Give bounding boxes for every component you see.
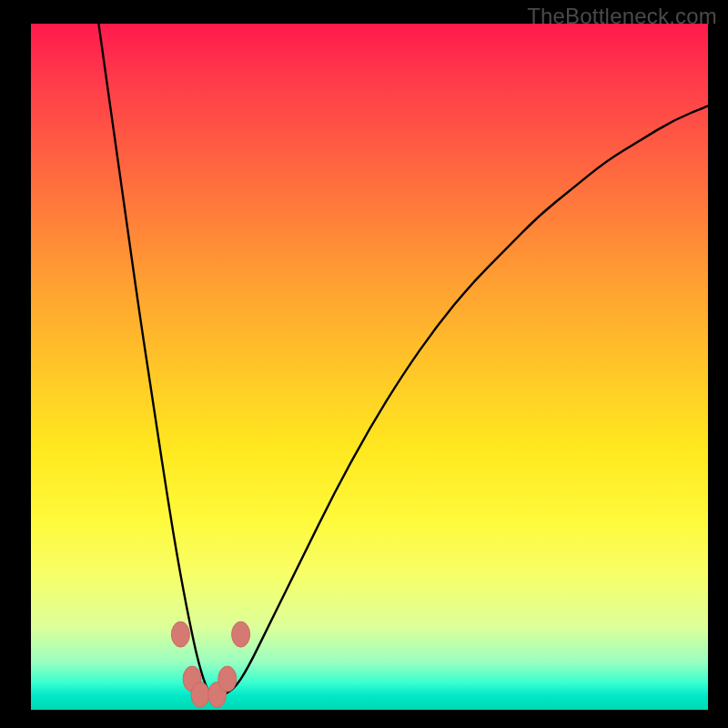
curve-marker: [232, 622, 250, 647]
chart-frame: TheBottleneck.com: [0, 0, 728, 728]
bottleneck-curve: [31, 24, 708, 710]
curve-marker: [191, 682, 209, 707]
curve-markers: [171, 622, 249, 707]
plot-area: [31, 24, 708, 710]
watermark-text: TheBottleneck.com: [527, 4, 717, 29]
curve-marker: [171, 622, 189, 647]
curve-marker: [218, 666, 237, 692]
curve-path: [98, 24, 708, 696]
